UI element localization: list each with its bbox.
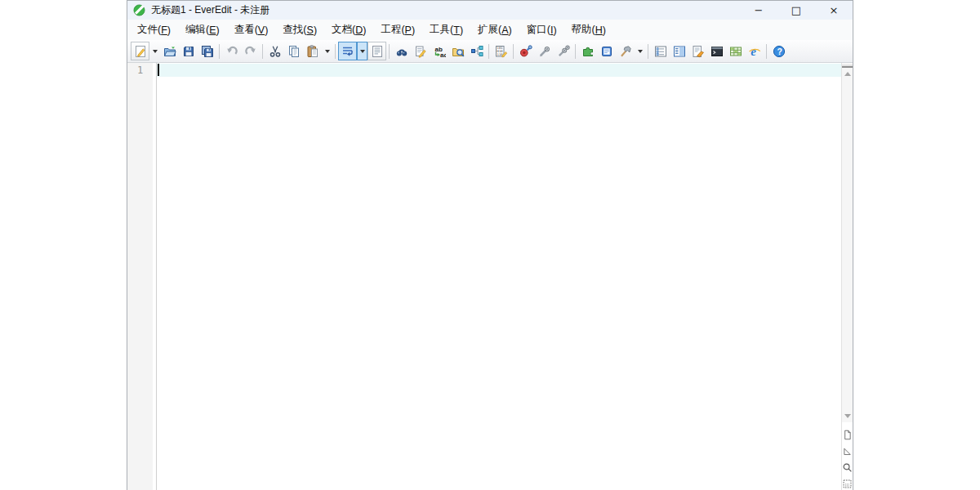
chevron-down-icon	[360, 50, 365, 53]
find-button[interactable]	[392, 42, 411, 60]
toolbar-separator	[513, 44, 514, 59]
clip-table-icon	[729, 45, 742, 58]
script-list-icon	[600, 45, 613, 58]
clip-table-button[interactable]	[726, 42, 745, 60]
command-window-button[interactable]	[707, 42, 726, 60]
page-icon[interactable]	[842, 430, 853, 440]
chevron-down-icon	[638, 50, 643, 53]
toolbar-separator	[488, 44, 489, 59]
menu-tools[interactable]: 工具(T)	[422, 20, 470, 40]
copy-button[interactable]	[284, 42, 303, 60]
script-list-button[interactable]	[597, 42, 616, 60]
snippet-button[interactable]	[688, 42, 707, 60]
show-formatting-icon	[371, 45, 384, 58]
toolbar-separator	[389, 44, 390, 59]
menu-file[interactable]: 文件(F)	[130, 20, 178, 40]
menu-document[interactable]: 文档(D)	[324, 20, 373, 40]
text-editor[interactable]	[157, 63, 841, 490]
vertical-scrollbar	[841, 63, 853, 490]
text-caret	[158, 64, 159, 76]
cut-button[interactable]	[265, 42, 284, 60]
current-line-highlight	[157, 64, 841, 77]
external-tools-button[interactable]	[616, 42, 635, 60]
open-file-icon	[163, 45, 176, 58]
undo-button[interactable]	[222, 42, 241, 60]
word-wrap-button[interactable]	[338, 42, 357, 60]
chevron-down-icon	[153, 50, 158, 53]
editor-area: 1	[127, 63, 853, 490]
menu-window[interactable]: 窗口(I)	[519, 20, 564, 40]
cut-icon	[269, 45, 282, 58]
document-map-icon	[654, 45, 667, 58]
hex-edit-button[interactable]: 101010110	[492, 42, 510, 60]
open-file-button[interactable]	[160, 42, 179, 60]
word-wrap-dropdown-button[interactable]	[357, 42, 368, 60]
menu-view[interactable]: 查看(V)	[227, 20, 276, 40]
redo-button[interactable]	[241, 42, 260, 60]
run-macro-multiple-button[interactable]	[554, 42, 572, 60]
external-tools-dropdown-button[interactable]	[635, 42, 645, 60]
scroll-up-button[interactable]	[842, 68, 853, 80]
toolbar: abac101010110e?	[127, 40, 853, 63]
menu-help[interactable]: 帮助(H)	[564, 20, 613, 40]
help-button[interactable]: ?	[769, 42, 788, 60]
chevron-down-icon	[844, 414, 851, 418]
replace-in-files-button[interactable]: abac	[430, 42, 448, 60]
command-window-icon	[710, 45, 724, 58]
toolbar-separator	[766, 44, 767, 59]
titlebar: 无标题1 - EverEdit - 未注册 − □ ×	[127, 1, 853, 20]
toolbar-separator	[575, 44, 576, 59]
chevron-up-icon	[844, 72, 851, 76]
line-number-gutter[interactable]: 1	[127, 63, 153, 490]
close-button[interactable]: ×	[815, 1, 853, 20]
undo-icon	[225, 45, 238, 58]
record-macro-button[interactable]	[516, 42, 535, 60]
magnifier-icon[interactable]	[842, 462, 853, 473]
menu-project[interactable]: 工程(P)	[373, 20, 422, 40]
scrollbar-track[interactable]	[842, 80, 853, 410]
new-file-button[interactable]	[131, 42, 149, 60]
plugin-manager-button[interactable]	[578, 42, 597, 60]
replace-in-files-icon: abac	[433, 45, 446, 58]
side-pane-button[interactable]	[670, 42, 688, 60]
save-all-button[interactable]	[198, 42, 216, 60]
menu-search[interactable]: 查找(S)	[275, 20, 324, 40]
toolbar-separator	[262, 44, 263, 59]
side-pane-icon	[673, 45, 686, 58]
app-icon	[133, 4, 145, 16]
browser-preview-icon: e	[748, 45, 761, 58]
scroll-down-button[interactable]	[842, 410, 853, 422]
save-button[interactable]	[179, 42, 198, 60]
redo-icon	[244, 45, 257, 58]
play-macro-icon	[538, 45, 551, 58]
svg-text:ac: ac	[440, 51, 446, 58]
file-compare-button[interactable]	[467, 42, 486, 60]
show-formatting-button[interactable]	[368, 42, 386, 60]
find-in-files-button[interactable]	[448, 42, 467, 60]
browser-preview-button[interactable]: e	[745, 42, 764, 60]
maximize-button[interactable]: □	[777, 1, 815, 20]
run-macro-multiple-icon	[557, 45, 570, 58]
selection-grid-icon[interactable]	[842, 479, 853, 489]
desktop: { "window": { "title": "无标题1 - EverEdit …	[0, 0, 980, 490]
play-macro-button[interactable]	[535, 42, 554, 60]
svg-text:?: ?	[777, 46, 782, 56]
chevron-down-icon	[325, 50, 330, 53]
help-icon: ?	[773, 45, 786, 58]
plugin-manager-icon	[581, 45, 595, 58]
document-map-button[interactable]	[651, 42, 670, 60]
minimize-button[interactable]: −	[740, 1, 777, 20]
menu-extensions[interactable]: 扩展(A)	[470, 20, 519, 40]
new-file-dropdown-button[interactable]	[149, 42, 160, 60]
paste-button[interactable]	[303, 42, 322, 60]
menu-edit[interactable]: 编辑(E)	[178, 20, 227, 40]
save-icon	[182, 45, 195, 58]
find-in-files-icon	[452, 45, 465, 58]
replace-button[interactable]	[411, 42, 430, 60]
paste-dropdown-button[interactable]	[322, 42, 332, 60]
everedit-window: 无标题1 - EverEdit - 未注册 − □ × 文件(F)编辑(E)查看…	[127, 0, 853, 490]
corner-triangle-icon[interactable]	[842, 446, 853, 457]
new-file-icon	[134, 45, 147, 58]
external-tools-icon	[619, 45, 632, 58]
menubar: 文件(F)编辑(E)查看(V)查找(S)文档(D)工程(P)工具(T)扩展(A)…	[127, 20, 853, 40]
